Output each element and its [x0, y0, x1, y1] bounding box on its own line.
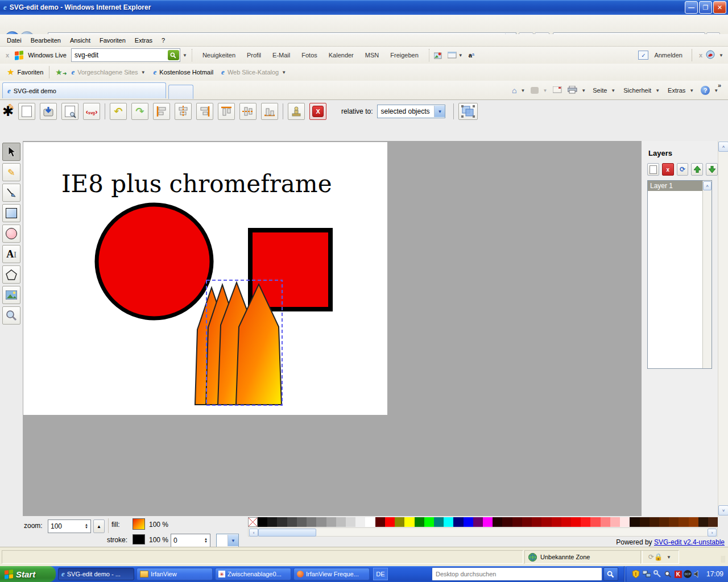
add-to-favorites-bar-icon[interactable]: ★➜: [55, 68, 67, 77]
live-link-msn[interactable]: MSN: [359, 50, 384, 60]
palette-color-swatch[interactable]: [679, 517, 688, 527]
live-link-profil[interactable]: Profil: [241, 50, 267, 60]
version-link[interactable]: SVG-edit v2.4-unstable: [654, 538, 725, 546]
palette-color-swatch[interactable]: [708, 517, 718, 527]
stroke-opacity-value[interactable]: 100 %: [149, 536, 168, 544]
new-tab-button[interactable]: [168, 85, 193, 99]
start-button[interactable]: Start: [0, 566, 56, 582]
align-middle-button[interactable]: [239, 103, 257, 120]
acrobat-dropdown[interactable]: ▼: [719, 53, 723, 58]
close-button[interactable]: ✕: [713, 1, 726, 14]
fill-color-swatch[interactable]: [133, 518, 145, 530]
palette-color-swatch[interactable]: [297, 517, 307, 527]
palette-none-swatch[interactable]: [248, 517, 258, 527]
palette-color-swatch[interactable]: [561, 517, 571, 527]
resize-grip[interactable]: ░: [721, 555, 726, 562]
palette-color-swatch[interactable]: [336, 517, 346, 527]
palette-color-swatch[interactable]: [601, 517, 610, 527]
menu-bearbeiten[interactable]: Bearbeiten: [26, 35, 65, 45]
raise-layer-button[interactable]: [691, 163, 703, 176]
palette-color-swatch[interactable]: [522, 517, 532, 527]
network-icon[interactable]: [642, 569, 651, 579]
lower-layer-button[interactable]: [706, 163, 718, 176]
palette-color-swatch[interactable]: [590, 517, 600, 527]
document-properties-button[interactable]: [61, 103, 78, 120]
align-bottom-button[interactable]: [261, 103, 278, 120]
palette-color-swatch[interactable]: [404, 517, 414, 527]
live-search-box[interactable]: svg-edit: [71, 48, 180, 62]
palette-color-swatch[interactable]: [277, 517, 287, 527]
volume-icon[interactable]: [693, 569, 702, 579]
palette-color-swatch[interactable]: [650, 517, 659, 527]
task-button-irfanview-freque[interactable]: IrfanView Freque...: [293, 568, 370, 580]
palette-color-swatch[interactable]: [581, 517, 590, 527]
security-shield-icon[interactable]: !: [631, 569, 640, 579]
menu-datei[interactable]: Datei: [2, 35, 26, 45]
suggested-sites-link[interactable]: Vorgeschlagene Sites: [77, 69, 138, 76]
color-palette[interactable]: [258, 517, 718, 527]
palette-color-swatch[interactable]: [424, 517, 434, 527]
clock[interactable]: 17:09: [706, 570, 723, 578]
save-image-button[interactable]: [40, 103, 57, 120]
palette-color-swatch[interactable]: [326, 517, 336, 527]
fill-opacity-value[interactable]: 100 %: [149, 521, 168, 529]
select-tool[interactable]: [2, 143, 20, 161]
canvas-heading-text[interactable]: IE8 plus chromeframe: [61, 170, 332, 198]
print-icon[interactable]: [568, 86, 577, 95]
kaspersky-icon[interactable]: K: [675, 571, 682, 578]
palette-color-swatch[interactable]: [434, 517, 444, 527]
menu-favoriten[interactable]: Favoriten: [95, 35, 130, 45]
zoom-panel-toggle-button[interactable]: ▲: [93, 519, 105, 533]
menu-ansicht[interactable]: Ansicht: [65, 35, 95, 45]
window-panel-dropdown[interactable]: ▼: [458, 53, 463, 58]
desktop-search-input[interactable]: [432, 567, 602, 581]
tab-svg-edit-demo[interactable]: e SVG-edit demo: [2, 82, 166, 98]
maximize-button[interactable]: ❐: [699, 1, 712, 14]
favorites-button[interactable]: Favoriten: [17, 69, 43, 76]
acrobat-icon[interactable]: [706, 50, 715, 60]
dcp-icon[interactable]: DCP: [684, 570, 692, 578]
align-right-button[interactable]: [196, 103, 213, 120]
web-slice-link[interactable]: Web Slice-Katalog: [228, 69, 279, 76]
live-link-email[interactable]: E-Mail: [267, 50, 296, 60]
suggested-sites-dropdown[interactable]: ▼: [141, 70, 146, 75]
rename-layer-button[interactable]: ⟳: [677, 163, 689, 176]
rect-tool[interactable]: [2, 204, 20, 222]
translate-icon[interactable]: aᵃ: [469, 52, 474, 59]
home-dropdown[interactable]: ▼: [520, 88, 525, 93]
align-center-button[interactable]: [175, 103, 192, 120]
stroke-width-spinner[interactable]: 0 ▲▼: [171, 534, 210, 547]
new-image-button[interactable]: [18, 103, 35, 120]
line-tool[interactable]: [2, 184, 20, 202]
palette-color-swatch[interactable]: [267, 517, 277, 527]
text-tool[interactable]: AI: [2, 245, 20, 263]
palette-color-swatch[interactable]: [258, 517, 267, 527]
redo-button[interactable]: ↷: [131, 103, 148, 120]
language-indicator[interactable]: DE: [373, 568, 388, 580]
palette-color-swatch[interactable]: [385, 517, 395, 527]
image-tool[interactable]: [2, 286, 20, 304]
protected-mode-panel[interactable]: ⟳🔒 ▼: [640, 550, 679, 564]
clone-button[interactable]: [288, 103, 305, 120]
page-menu-button[interactable]: Seite: [593, 87, 607, 94]
scrollbar-thumb[interactable]: [258, 529, 316, 537]
palette-horizontal-scrollbar[interactable]: ‹ ›: [248, 527, 718, 537]
live-link-fotos[interactable]: Fotos: [296, 50, 323, 60]
new-layer-button[interactable]: [647, 163, 659, 176]
rss-feeds-icon[interactable]: [531, 87, 539, 94]
palette-color-swatch[interactable]: [689, 517, 698, 527]
toolbar-overflow-chevron[interactable]: »: [718, 82, 721, 89]
live-search-dropdown[interactable]: ▼: [183, 53, 187, 58]
web-slice-dropdown[interactable]: ▼: [282, 70, 286, 75]
palette-color-swatch[interactable]: [444, 517, 453, 527]
palette-color-swatch[interactable]: [415, 517, 424, 527]
help-icon[interactable]: ?: [701, 86, 710, 95]
editor-workspace[interactable]: IE8 plus chromeframe: [23, 141, 642, 516]
scroll-right-icon[interactable]: ›: [708, 529, 717, 537]
live-link-kalender[interactable]: Kalender: [323, 50, 359, 60]
protected-mode-dropdown[interactable]: ▼: [667, 555, 671, 560]
delete-layer-button[interactable]: x: [662, 163, 674, 176]
canvas-circle-shape[interactable]: [97, 205, 212, 318]
palette-color-swatch[interactable]: [375, 517, 385, 527]
print-dropdown[interactable]: ▼: [581, 88, 586, 93]
